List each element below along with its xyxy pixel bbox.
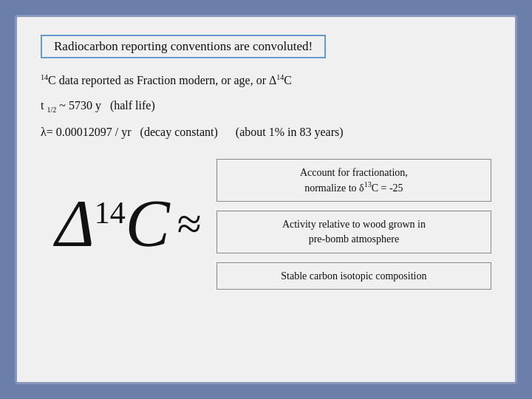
main-content: Δ14 C ≈ Account for fractionation,normal…: [41, 159, 491, 290]
delta-superscript: 14: [95, 196, 126, 230]
line3: λ= 0.00012097 / yr (decay constant) (abo…: [41, 123, 491, 141]
activity-box: Activity relative to wood grown in pre-b…: [216, 211, 491, 253]
stable-carbon-text: Stable carbon isotopic composition: [281, 270, 426, 282]
fractionation-text: Account for fractionation,normalize to δ…: [300, 167, 408, 194]
c-symbol: C: [126, 191, 170, 257]
line1: 14C data reported as Fraction modern, or…: [41, 72, 491, 89]
delta-c14-sup: 14: [276, 73, 284, 81]
activity-text: Activity relative to wood grown in: [282, 219, 426, 230]
line2: t 1/2 ~ 5730 y (half life): [41, 97, 491, 115]
fractionation-box: Account for fractionation,normalize to δ…: [216, 159, 491, 202]
boxes-area: Account for fractionation,normalize to δ…: [209, 159, 491, 290]
delta-symbol: Δ14: [55, 191, 126, 257]
title-box: Radiocarbon reporting conventions are co…: [41, 35, 326, 58]
slide: Radiocarbon reporting conventions are co…: [15, 15, 517, 384]
activity-text2: pre-bomb atmosphere: [309, 233, 399, 245]
approx-symbol: ≈: [177, 199, 202, 250]
c14-sup: 14: [41, 73, 48, 81]
stable-carbon-box: Stable carbon isotopic composition: [216, 262, 491, 290]
formula-area: Δ14 C ≈: [41, 191, 209, 257]
slide-title: Radiocarbon reporting conventions are co…: [54, 39, 313, 53]
